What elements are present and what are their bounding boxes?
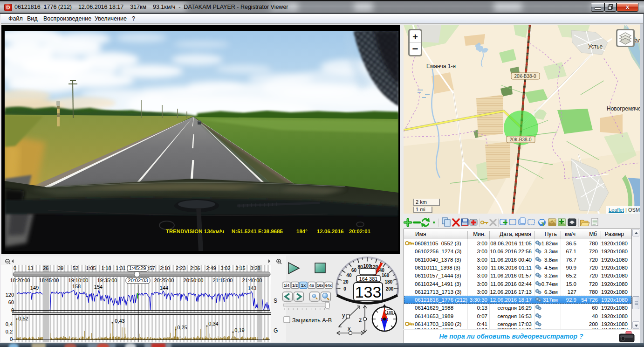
svg-text:160: 160 <box>382 273 390 278</box>
svg-text:1:05: 1:05 <box>86 265 96 271</box>
svg-text:21:40:00: 21:40:00 <box>242 278 262 283</box>
svg-text:4x: 4x <box>309 283 315 288</box>
svg-text:3:28: 3:28 <box>250 265 260 271</box>
svg-text:164 381: 164 381 <box>359 276 378 282</box>
svg-text:20: 20 <box>343 279 349 285</box>
svg-text:N:51.5241 E:38.9685: N:51.5241 E:38.9685 <box>232 229 283 234</box>
svg-text:2:36: 2:36 <box>190 265 200 271</box>
svg-text:12.06.2016: 12.06.2016 <box>317 229 344 234</box>
svg-text:2:49: 2:49 <box>206 265 216 271</box>
svg-text:Новогремячен: Новогремячен <box>607 105 640 112</box>
svg-text:20:02:01: 20:02:01 <box>349 229 371 234</box>
svg-text:184°: 184° <box>296 229 308 234</box>
svg-text:2:10: 2:10 <box>160 265 170 271</box>
svg-text:200: 200 <box>386 286 394 291</box>
svg-text:180: 180 <box>385 279 393 285</box>
svg-text:16x: 16x <box>317 283 323 288</box>
svg-text:158: 158 <box>72 284 81 289</box>
svg-text:0,25: 0,25 <box>177 325 187 330</box>
svg-text:185: 185 <box>386 310 393 315</box>
svg-text:Устье: Устье <box>588 43 603 50</box>
svg-text:0,4: 0,4 <box>6 321 13 327</box>
svg-text:TRENDVISION 134км/ч: TRENDVISION 134км/ч <box>166 229 224 234</box>
svg-text:20:25:00: 20:25:00 <box>154 278 174 283</box>
svg-text:20:50:00: 20:50:00 <box>184 278 204 283</box>
svg-text:1:45:29: 1:45:29 <box>129 265 146 271</box>
svg-text:21:15:00: 21:15:00 <box>213 278 233 283</box>
svg-text:64x: 64x <box>325 283 332 288</box>
svg-text:Leaflet | OSM: Leaflet | OSM <box>609 207 640 213</box>
svg-text:149: 149 <box>30 285 39 291</box>
svg-text:143: 143 <box>248 285 256 291</box>
svg-text:60: 60 <box>8 299 14 305</box>
svg-text:20К-В38-0: 20К-В38-0 <box>510 137 532 142</box>
svg-text:1/2: 1/2 <box>292 283 298 288</box>
svg-text:2 km: 2 km <box>416 199 427 205</box>
svg-text:13: 13 <box>27 265 33 271</box>
svg-text:0: 0 <box>14 265 16 271</box>
svg-text:3:02: 3:02 <box>220 265 230 271</box>
svg-text:0,34: 0,34 <box>208 321 218 326</box>
svg-text:1:31: 1:31 <box>116 265 125 271</box>
svg-text:1x: 1x <box>301 283 306 288</box>
svg-text:19:35:00: 19:35:00 <box>97 278 117 283</box>
svg-text::57: :57 <box>148 265 155 271</box>
svg-text:0,2: 0,2 <box>6 329 13 334</box>
svg-text:2:23: 2:23 <box>176 265 185 271</box>
svg-text:−: − <box>412 43 418 55</box>
svg-text:0,52: 0,52 <box>18 316 28 321</box>
svg-text:144: 144 <box>160 285 168 291</box>
svg-text:G: G <box>274 327 278 334</box>
svg-text:20К-В38-0: 20К-В38-0 <box>514 74 536 79</box>
svg-text:20:02:03: 20:02:03 <box>128 278 148 283</box>
svg-text:1 mi: 1 mi <box>416 207 425 212</box>
svg-text:0: 0 <box>343 286 346 291</box>
svg-text:0: 0 <box>10 336 13 342</box>
svg-text:z: z <box>359 316 362 323</box>
svg-text:0,43: 0,43 <box>115 318 124 324</box>
svg-text:x: x <box>348 325 351 332</box>
svg-text:y: y <box>342 312 345 319</box>
svg-text:+: + <box>412 32 418 42</box>
svg-text:3:15: 3:15 <box>235 265 245 271</box>
svg-text:60: 60 <box>351 268 357 273</box>
svg-text:1:18: 1:18 <box>101 265 111 271</box>
svg-text:S: S <box>274 298 277 304</box>
svg-text:18:45:00: 18:45:00 <box>39 278 59 283</box>
svg-text:40: 40 <box>346 273 352 278</box>
svg-text:120: 120 <box>6 292 14 298</box>
svg-text:18:20:00: 18:20:00 <box>10 278 30 283</box>
svg-text:52: 52 <box>73 265 78 271</box>
svg-text:ал: ал <box>635 37 640 44</box>
svg-text:154: 154 <box>94 284 103 290</box>
svg-text:0,19: 0,19 <box>234 327 244 333</box>
svg-text:26: 26 <box>43 265 48 271</box>
svg-text:Еманча 1-я: Еманча 1-я <box>426 63 456 69</box>
svg-text:133: 133 <box>355 283 382 301</box>
svg-text:1/4: 1/4 <box>284 283 289 288</box>
svg-text:39: 39 <box>58 265 63 271</box>
svg-text:Зациклить A-B: Зациклить A-B <box>292 317 332 324</box>
svg-text:19:10:00: 19:10:00 <box>69 278 89 283</box>
